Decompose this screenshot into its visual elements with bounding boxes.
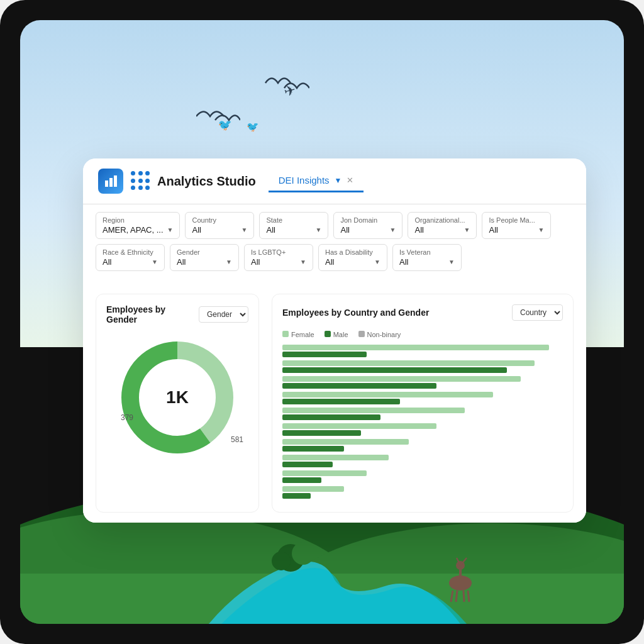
filter-value: All <box>489 225 497 235</box>
bar-dark <box>282 383 436 389</box>
close-icon[interactable]: ✕ <box>347 175 353 185</box>
filter-label: State <box>266 216 321 224</box>
outer-frame: ✈ 🐦 🐦 <box>0 0 644 644</box>
birds-svg-2 <box>196 105 240 127</box>
donut-label-379: 379 <box>121 413 133 422</box>
donut-chart-box: Employees by Gender Gender <box>96 294 259 513</box>
filter-dropdown[interactable]: Region AMER, APAC, ... ▼ <box>96 212 180 239</box>
bar-light <box>282 392 493 397</box>
bar-group <box>282 360 563 373</box>
svg-rect-16 <box>105 180 108 187</box>
chevron-down-icon: ▼ <box>316 226 322 233</box>
app-icon <box>98 169 123 194</box>
bar-group <box>282 392 563 404</box>
charts-area: Employees by Gender Gender <box>83 284 586 523</box>
bar-group <box>282 408 563 420</box>
filter-label: Jon Domain <box>340 216 396 224</box>
filter-value: All <box>103 257 111 267</box>
bar-row <box>282 455 563 467</box>
bar-light <box>282 439 409 445</box>
bar-group <box>282 423 563 436</box>
bar-row <box>282 470 563 483</box>
filter-dropdown[interactable]: Is People Ma... All ▼ <box>482 212 551 239</box>
bar-group <box>282 439 563 452</box>
filter-label: Is Veteran <box>399 248 455 256</box>
tab-label: DEI Insights <box>279 175 330 186</box>
svg-line-12 <box>464 591 464 602</box>
birds-svg <box>259 70 309 96</box>
filter-value: All <box>399 257 408 267</box>
bar-light <box>282 345 549 350</box>
svg-rect-18 <box>114 175 117 187</box>
filters-row-1: Region AMER, APAC, ... ▼ Country All ▼ S… <box>96 212 574 239</box>
bar-dark <box>282 399 400 404</box>
bar-chart-title: Employees by Country and Gender <box>282 308 429 318</box>
bar-chart-rows <box>282 345 563 499</box>
app-title: Analytics Studio <box>157 174 256 189</box>
bar-chart-legend: Female Male Non-binary <box>282 331 563 338</box>
bar-row <box>282 376 563 389</box>
bar-light <box>282 455 389 460</box>
filter-dropdown[interactable]: Race & Ethnicity All ▼ <box>96 244 165 271</box>
bar-row <box>282 408 563 420</box>
filter-value: AMER, APAC, ... <box>103 225 164 235</box>
donut-chart: 1K 379 581 <box>114 335 240 460</box>
bar-chart-box: Employees by Country and Gender Country … <box>272 294 574 513</box>
filter-dropdown[interactable]: Country All ▼ <box>185 212 254 239</box>
filter-dropdown[interactable]: Is Veteran All ▼ <box>392 244 462 271</box>
grid-dots-icon <box>131 171 151 191</box>
filter-label: Organizational... <box>414 216 470 224</box>
filter-value: All <box>266 225 275 235</box>
bar-row <box>282 345 563 357</box>
donut-chart-title: Employees by Gender <box>106 304 199 325</box>
bar-group <box>282 470 563 483</box>
inner-scene: ✈ 🐦 🐦 <box>20 20 624 624</box>
filter-value: All <box>177 257 186 267</box>
chevron-down-icon: ▼ <box>226 258 232 265</box>
filter-dropdown[interactable]: Jon Domain All ▼ <box>333 212 402 239</box>
bar-row <box>282 423 563 436</box>
main-card: Analytics Studio DEI Insights ▼ ✕ Region… <box>83 158 586 523</box>
filter-label: Is People Ma... <box>489 216 544 224</box>
filter-dropdown[interactable]: State All ▼ <box>259 212 328 239</box>
bar-light <box>282 376 521 382</box>
bar-chart-select[interactable]: Country <box>512 304 563 321</box>
bar-light <box>282 470 367 476</box>
filter-value: All <box>192 225 201 235</box>
filter-label: Has a Disability <box>325 248 380 256</box>
bar-dark <box>282 414 380 420</box>
svg-line-13 <box>468 591 469 602</box>
bar-dark <box>282 493 311 499</box>
bar-row <box>282 392 563 404</box>
bar-dark <box>282 462 333 467</box>
donut-chart-header: Employees by Gender Gender <box>106 304 248 325</box>
chevron-down-icon: ▼ <box>448 258 455 265</box>
filter-dropdown[interactable]: Has a Disability All ▼ <box>318 244 387 271</box>
chevron-down-icon: ▼ <box>167 226 174 233</box>
svg-point-7 <box>449 575 472 591</box>
svg-rect-17 <box>109 178 113 187</box>
donut-label-581: 581 <box>231 435 243 444</box>
filter-value: All <box>340 225 349 235</box>
chevron-down-icon[interactable]: ▼ <box>335 176 342 185</box>
donut-main-value: 1K <box>166 387 189 408</box>
bar-light <box>282 486 344 492</box>
bar-row <box>282 439 563 452</box>
bar-group <box>282 345 563 357</box>
svg-point-5 <box>292 542 314 565</box>
chevron-down-icon: ▼ <box>242 226 248 233</box>
bar-row <box>282 360 563 373</box>
bar-dark <box>282 352 367 357</box>
filter-dropdown[interactable]: Organizational... All ▼ <box>408 212 477 239</box>
dei-insights-tab[interactable]: DEI Insights ▼ ✕ <box>269 170 364 192</box>
filter-label: Race & Ethnicity <box>103 248 158 256</box>
bar-light <box>282 408 465 413</box>
filters-section: Region AMER, APAC, ... ▼ Country All ▼ S… <box>83 204 586 284</box>
chevron-down-icon: ▼ <box>464 226 470 233</box>
chevron-down-icon: ▼ <box>390 226 396 233</box>
filter-dropdown[interactable]: Is LGBTQ+ All ▼ <box>244 244 313 271</box>
donut-chart-select[interactable]: Gender <box>199 306 248 323</box>
bar-group <box>282 455 563 467</box>
filter-dropdown[interactable]: Gender All ▼ <box>170 244 239 271</box>
bar-row <box>282 486 563 499</box>
